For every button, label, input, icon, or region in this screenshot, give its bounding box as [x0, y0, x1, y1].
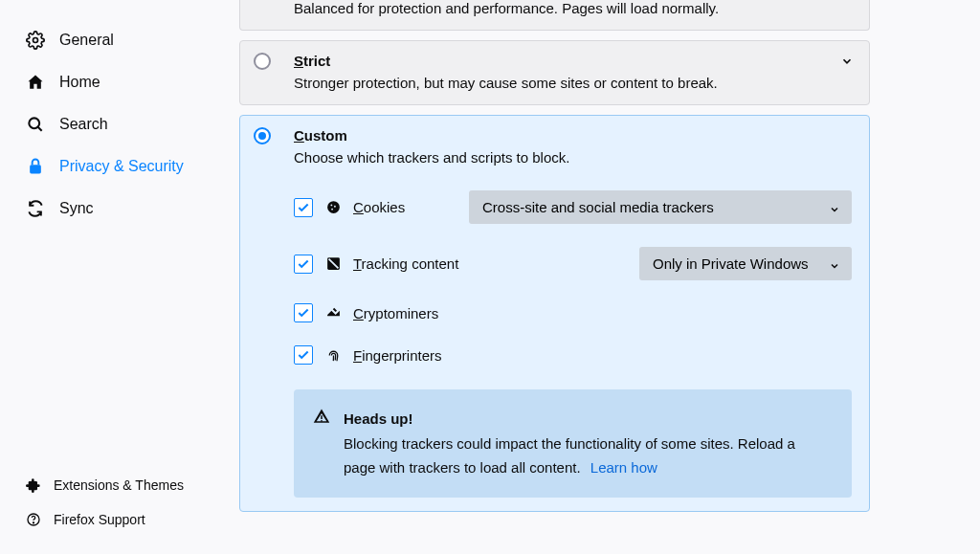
chevron-down-icon [829, 258, 840, 270]
svg-point-9 [331, 209, 333, 211]
sidebar-item-privacy-security[interactable]: Privacy & Security [0, 145, 209, 188]
sidebar-item-label: General [59, 32, 114, 49]
tracker-label: Cookies [353, 199, 405, 215]
lock-icon [25, 156, 46, 177]
sidebar-item-label: Extensions & Themes [54, 477, 184, 493]
svg-rect-13 [321, 420, 323, 422]
cookie-icon [324, 199, 342, 216]
fingerprint-icon [324, 346, 342, 364]
checkbox-cryptominers[interactable] [294, 303, 313, 322]
dropdown-cookies[interactable]: Cross-site and social media trackers [469, 190, 852, 224]
tracking-option-desc: Choose which trackers and scripts to blo… [294, 149, 852, 166]
gear-icon [25, 30, 46, 51]
help-icon [25, 511, 42, 528]
dropdown-value: Only in Private Windows [653, 255, 809, 272]
svg-point-1 [29, 118, 39, 128]
chevron-down-icon [829, 202, 840, 213]
sidebar-item-general[interactable]: General [0, 19, 209, 61]
sidebar-item-sync[interactable]: Sync [0, 188, 209, 230]
tracking-content-icon [324, 255, 342, 273]
tracker-label: Tracking content [353, 255, 458, 272]
tracking-option-strict[interactable]: Strict Stronger protection, but may caus… [239, 40, 870, 105]
sidebar-item-home[interactable]: Home [0, 61, 209, 103]
tracker-row-tracking-content: Tracking content Only in Private Windows [294, 235, 852, 292]
home-icon [25, 72, 46, 93]
tracker-row-cookies: Cookies Cross-site and social media trac… [294, 179, 852, 235]
cryptominer-icon [324, 304, 342, 321]
puzzle-icon [25, 476, 42, 494]
search-icon [25, 114, 46, 135]
sidebar-item-label: Privacy & Security [59, 158, 184, 175]
sidebar-item-label: Home [59, 74, 100, 91]
tracking-option-desc: Balanced for protection and performance.… [294, 0, 852, 16]
svg-rect-12 [321, 415, 323, 419]
sidebar-item-extensions[interactable]: Extensions & Themes [0, 468, 209, 502]
tracking-option-custom[interactable]: Custom Choose which trackers and scripts… [239, 115, 870, 512]
svg-line-2 [38, 127, 42, 131]
sidebar-item-label: Firefox Support [54, 512, 145, 527]
radio-custom[interactable] [254, 127, 271, 144]
chevron-down-icon [840, 55, 854, 68]
sidebar-item-label: Sync [59, 200, 94, 217]
tracking-warning: Heads up! Blocking trackers could impact… [294, 389, 852, 498]
svg-point-0 [33, 38, 38, 43]
sync-icon [25, 198, 46, 219]
sidebar-item-label: Search [59, 116, 108, 133]
main-content: Balanced for protection and performance.… [209, 0, 980, 554]
svg-rect-3 [30, 165, 41, 173]
tracker-label: Fingerprinters [353, 347, 442, 364]
warning-title: Heads up! [344, 410, 413, 427]
checkbox-cookies[interactable] [294, 198, 313, 217]
warning-icon [313, 408, 330, 425]
svg-point-6 [327, 201, 340, 213]
checkbox-fingerprinters[interactable] [294, 345, 313, 365]
sidebar: General Home Search Privacy & Security [0, 0, 209, 554]
svg-point-8 [333, 206, 335, 208]
tracking-option-title: Custom [294, 127, 852, 144]
learn-how-link[interactable]: Learn how [590, 459, 657, 476]
sidebar-item-search[interactable]: Search [0, 103, 209, 145]
checkbox-tracking-content[interactable] [294, 255, 313, 274]
radio-strict[interactable] [254, 53, 271, 70]
dropdown-value: Cross-site and social media trackers [482, 199, 714, 215]
tracking-option-standard[interactable]: Balanced for protection and performance.… [239, 0, 870, 31]
tracking-option-title: Strict [294, 53, 852, 69]
sidebar-item-support[interactable]: Firefox Support [0, 502, 209, 537]
tracking-option-desc: Stronger protection, but may cause some … [294, 75, 852, 91]
tracker-row-cryptominers: Cryptominers [294, 292, 852, 334]
svg-point-7 [330, 204, 332, 206]
warning-body: Blocking trackers could impact the funct… [344, 435, 795, 476]
tracker-row-fingerprinters: Fingerprinters [294, 334, 852, 376]
svg-point-5 [33, 522, 33, 523]
dropdown-tracking-content[interactable]: Only in Private Windows [639, 247, 852, 280]
tracker-label: Cryptominers [353, 305, 438, 321]
